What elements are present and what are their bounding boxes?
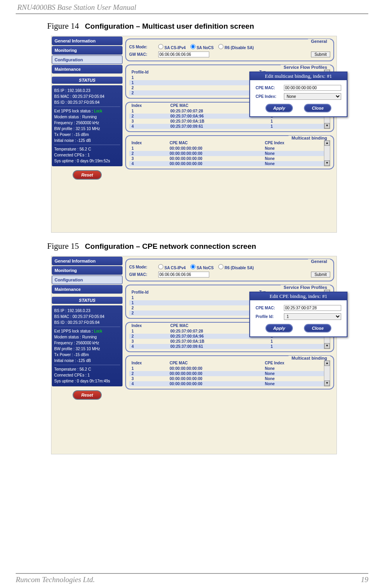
reset-button[interactable]: Reset xyxy=(73,390,102,400)
nav-configuration[interactable]: Configuration xyxy=(52,276,123,284)
table-row[interactable]: 300:00:00:00:00:00None xyxy=(129,156,324,161)
apply-button[interactable]: Apply xyxy=(265,104,293,112)
submit-button[interactable]: Submit xyxy=(311,272,330,277)
sfp-h-profile: Profile-Id xyxy=(129,289,257,295)
radio-ipv4-lbl: SA CS-IPv4 xyxy=(165,46,186,50)
reset-button[interactable]: Reset xyxy=(73,170,102,180)
status-bsip: BS IP : 192.168.0.23 xyxy=(54,308,120,314)
table-row[interactable]: 200:00:00:00:00:00None xyxy=(129,151,324,156)
scroll-down-icon[interactable]: ▼ xyxy=(324,160,330,166)
dialog-title: Edit multicast binding, index: #1 xyxy=(250,72,347,80)
csmode-label: CS Mode: xyxy=(129,265,156,269)
table-row[interactable]: 200:00:00:00:00:00None xyxy=(129,371,324,376)
fig14-title: Configuration – Multicast user definitio… xyxy=(85,22,254,30)
nav-general-info[interactable]: General Information xyxy=(52,257,123,265)
table-row[interactable]: 300:25:37:00:0A:1B1 xyxy=(129,339,324,344)
gwmac-label: GW MAC: xyxy=(129,272,156,277)
status-cpes: Connected CPEs : 1 xyxy=(54,372,120,378)
radio-nocs[interactable] xyxy=(190,44,196,49)
scroll-down-icon[interactable]: ▼ xyxy=(324,123,330,129)
status-header: STATUS xyxy=(52,297,123,304)
table-row[interactable]: 300:25:37:00:0A:1B1 xyxy=(129,119,324,124)
radio-r6[interactable] xyxy=(218,44,223,49)
nav-maintenance[interactable]: Maintenance xyxy=(52,285,123,294)
dlg-mac-label: CPE MAC: xyxy=(256,306,284,310)
dlg-mac-input[interactable] xyxy=(284,305,341,311)
radio-r6[interactable] xyxy=(218,264,223,269)
dlg-profile-select[interactable]: 1 xyxy=(284,313,341,320)
mc-panel: Multicast binding IndexCPE MACCPE Index … xyxy=(125,355,334,390)
table-row[interactable]: 400:00:00:00:00:00None xyxy=(129,381,324,386)
apply-button[interactable]: Apply xyxy=(265,324,293,333)
scroll-down-icon[interactable]: ▼ xyxy=(324,343,330,349)
status-bsmac: BS MAC : 00:25:37:F0:05:84 xyxy=(54,314,120,320)
screenshot-1: General Information Monitoring Configura… xyxy=(51,36,337,233)
radio-ipv4[interactable] xyxy=(158,264,163,269)
dlg-idx-label: CPE Index: xyxy=(256,94,284,99)
main-panel: General CS Mode: SA CS-IPv4 SA NoCS R6 (… xyxy=(123,36,336,232)
table-row[interactable]: 300:00:00:00:00:00None xyxy=(129,376,324,381)
nav-monitoring[interactable]: Monitoring xyxy=(52,266,123,275)
general-title: General xyxy=(308,39,330,44)
dlg-idx-select[interactable]: None xyxy=(284,93,341,100)
close-button[interactable]: Close xyxy=(304,104,331,112)
mc-title: Multicast binding xyxy=(289,356,330,360)
radio-nocs[interactable] xyxy=(190,264,196,269)
figure15-caption: Figure 15 Configuration – CPE network co… xyxy=(47,241,368,251)
status-pps: Ext 1PPS lock status : xyxy=(54,109,93,113)
status-noise: Initial noise : -125 dB xyxy=(54,138,120,143)
radio-nocs-lbl: SA NoCS xyxy=(197,46,214,50)
status-tx: Tx Power : -15 dBm xyxy=(54,352,120,358)
gwmac-input[interactable] xyxy=(158,272,209,277)
screenshot-2: General Information Monitoring Configura… xyxy=(51,256,337,454)
gwmac-input[interactable] xyxy=(158,51,209,57)
nav-monitoring[interactable]: Monitoring xyxy=(52,46,123,55)
mc-panel: Multicast binding IndexCPE MACCPE Index … xyxy=(125,135,334,169)
status-panel: BS IP : 192.168.0.23 BS MAC : 00:25:37:F… xyxy=(52,85,123,166)
nav-maintenance[interactable]: Maintenance xyxy=(52,65,123,74)
status-tx: Tx Power : -15 dBm xyxy=(54,132,120,138)
mc-h-index: Index xyxy=(129,360,167,366)
table-row[interactable]: 400:00:00:00:00:00None xyxy=(129,161,324,166)
table-row[interactable]: 400:25:37:00:09:611 xyxy=(129,344,324,349)
status-bsmac: BS MAC : 00:25:37:F0:05:84 xyxy=(54,94,120,99)
close-button[interactable]: Close xyxy=(304,324,331,333)
cpe-h-index: Index xyxy=(129,323,168,329)
nav-configuration[interactable]: Configuration xyxy=(52,55,123,64)
nav-general-info[interactable]: General Information xyxy=(52,37,123,45)
footer-left: Runcom Technologies Ltd. xyxy=(16,575,95,584)
status-bsid: BS ID : 00:25:37:F0:05:84 xyxy=(54,99,120,105)
scrollbar[interactable]: ▲▼ xyxy=(324,360,330,386)
scroll-up-icon[interactable]: ▲ xyxy=(324,360,330,366)
doc-footer: Runcom Technologies Ltd. 19 xyxy=(16,573,368,584)
general-title: General xyxy=(308,259,330,264)
radio-ipv4[interactable] xyxy=(158,44,163,49)
radio-nocs-lbl: SA NoCS xyxy=(197,266,214,270)
submit-button[interactable]: Submit xyxy=(311,51,330,57)
dlg-mac-input[interactable] xyxy=(284,85,341,91)
cpe-h-index: Index xyxy=(129,103,168,108)
status-pps: Ext 1PPS lock status : xyxy=(54,329,93,333)
edit-multicast-dialog: Edit multicast binding, index: #1 CPE MA… xyxy=(249,72,347,117)
status-bsip: BS IP : 192.168.0.23 xyxy=(54,88,120,94)
mc-h-mac: CPE MAC xyxy=(167,140,263,146)
scroll-down-icon[interactable]: ▼ xyxy=(324,380,330,386)
dialog-title: Edit CPE binding, index: #1 xyxy=(250,292,347,300)
main-panel: General CS Mode: SA CS-IPv4 SA NoCS R6 (… xyxy=(123,256,336,454)
status-bsid: BS ID : 00:25:37:F0:05:84 xyxy=(54,320,120,325)
sidebar: General Information Monitoring Configura… xyxy=(51,256,123,454)
general-panel: General CS Mode: SA CS-IPv4 SA NoCS R6 (… xyxy=(125,39,334,61)
status-temp: Temperature : 56.2 C xyxy=(54,366,120,372)
table-row[interactable]: 100:00:00:00:00:00None xyxy=(129,366,324,371)
scroll-up-icon[interactable]: ▲ xyxy=(324,140,330,146)
table-row[interactable]: 400:25:37:00:09:611 xyxy=(129,124,324,129)
status-lock: Lock xyxy=(94,329,102,333)
table-row[interactable]: 100:00:00:00:00:00None xyxy=(129,146,324,151)
gwmac-label: GW MAC: xyxy=(129,52,156,57)
radio-ipv4-lbl: SA CS-IPv4 xyxy=(165,266,186,270)
mc-h-mac: CPE MAC xyxy=(167,360,263,366)
status-modem: Modem status : Running xyxy=(54,334,120,340)
status-uptime: Sys uptime : 0 days 0h:17m:49s xyxy=(54,378,120,384)
sfp-title: Service Flow Profiles xyxy=(280,65,330,70)
scrollbar[interactable]: ▲▼ xyxy=(324,140,330,166)
